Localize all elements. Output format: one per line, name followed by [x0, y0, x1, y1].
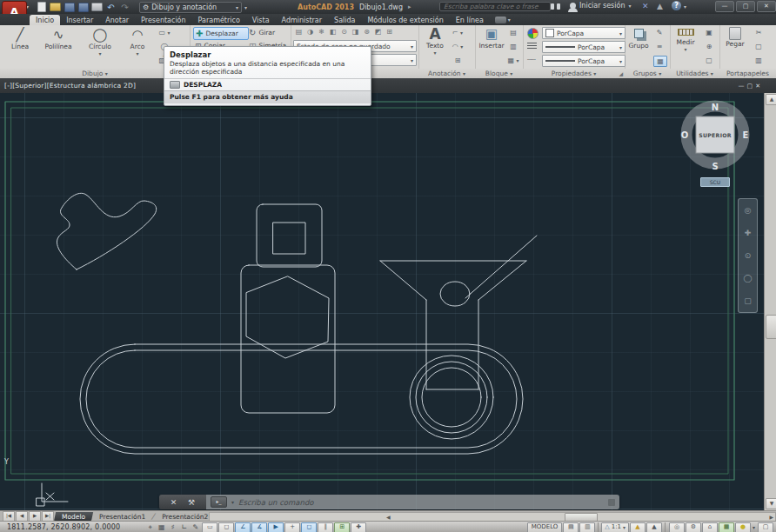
viewcube-face-label[interactable]: SUPERIOR	[699, 132, 732, 138]
toggle-grid-button[interactable]: ◻	[218, 522, 234, 532]
annotation-visibility-icon[interactable]: ▲	[630, 522, 646, 532]
undo-icon[interactable]: ↶	[104, 2, 117, 12]
command-recent-arrow-icon[interactable]: ▾	[231, 499, 234, 505]
rectangle-tool-icon[interactable]: ▭ ▾	[158, 28, 171, 37]
group-manager-icon[interactable]: ▦	[653, 56, 667, 67]
signin-button[interactable]: Iniciar sesión ▾	[570, 2, 631, 10]
doc-restore-button[interactable]: ▢	[747, 83, 753, 90]
help-icon[interactable]: ?	[672, 1, 681, 10]
panel-label-bloque[interactable]: Bloque ▾	[475, 69, 524, 78]
isolate-objects-icon[interactable]: ●	[735, 522, 751, 532]
lineweight-icon[interactable]	[527, 43, 537, 50]
close-button[interactable]: ✕	[757, 1, 776, 12]
status-menu-arrow-icon[interactable]: ▾	[753, 524, 755, 530]
showmotion-icon[interactable]: ▢	[744, 296, 752, 305]
communication-center-icon[interactable]: ▲	[657, 2, 663, 10]
block-create-icon[interactable]: ▥	[507, 42, 519, 51]
search-icon[interactable]	[551, 3, 554, 10]
infer-constraints-icon[interactable]: ⌖	[144, 523, 156, 532]
line-button[interactable]: ╱ Línea	[3, 28, 37, 50]
viewport-controls-label[interactable]: [-][Superior][Estructura alámbrica 2D]	[0, 82, 136, 90]
media-arrow-icon[interactable]: ▾	[508, 17, 511, 23]
redo-icon[interactable]: ↷	[118, 2, 131, 12]
bottle-body[interactable]	[241, 265, 335, 413]
toggle-ducs-button[interactable]: ◻	[301, 522, 317, 532]
restore-button[interactable]: ▢	[736, 1, 755, 12]
tab-inicio[interactable]: Inicio	[30, 15, 60, 25]
command-customize-icon[interactable]: ⚒	[188, 498, 195, 507]
toggle-polar-button[interactable]: ∡	[251, 522, 267, 532]
hardware-acceleration-icon[interactable]: ▦	[719, 522, 734, 532]
quick-calc-icon[interactable]: ⊕	[703, 42, 715, 51]
media-icon[interactable]	[495, 17, 506, 23]
infocenter-arrow-icon[interactable]: ▸	[408, 3, 411, 10]
viewcube-east[interactable]: E	[743, 130, 749, 140]
tab-vista[interactable]: Vista	[246, 15, 276, 25]
insert-block-button[interactable]: ▣ Insertar	[477, 27, 506, 50]
toggle-ortho-button[interactable]: ∠	[235, 522, 251, 532]
tab-enlinea[interactable]: En línea	[450, 15, 490, 25]
toggle-osnap-button[interactable]: ▶	[268, 522, 284, 532]
arc-button[interactable]: ◠ Arco ▾	[122, 28, 153, 57]
table-icon[interactable]: ⊞	[452, 56, 464, 65]
tab-insertar[interactable]: Insertar	[60, 15, 99, 25]
open-file-icon[interactable]	[49, 2, 62, 12]
object-color-icon[interactable]	[527, 28, 539, 39]
panel-label-utilidades[interactable]: Utilidades ▾	[670, 69, 720, 78]
block-edit-icon[interactable]: ▤	[507, 28, 519, 37]
vertical-scroll-thumb[interactable]	[766, 315, 776, 339]
text-button[interactable]: A Texto ▾	[422, 27, 448, 56]
copy-clip-icon[interactable]: ▢	[753, 42, 765, 51]
move-button[interactable]: ✚ Desplazar	[193, 27, 249, 40]
id-point-icon[interactable]: ▢	[703, 56, 715, 65]
hscroll-left-icon[interactable]: ◀	[386, 514, 391, 520]
panel-launcher-icon[interactable]: ◢	[619, 69, 623, 78]
viewcube[interactable]: N O E S SUPERIOR	[678, 96, 753, 176]
ucs-dropdown[interactable]: SCU	[700, 177, 730, 187]
stirrer-line[interactable]	[465, 236, 537, 298]
rotate-button[interactable]: ↻ Girar	[247, 27, 280, 38]
polyline-button[interactable]: ∿ Polilínea	[38, 28, 78, 50]
navigation-bar[interactable]: ◎ ✚ ⊙ ◯ ▢	[738, 198, 758, 313]
lock-ui-icon[interactable]: ⌂	[702, 522, 718, 532]
layer-isolate-icon[interactable]: ⊙	[338, 27, 350, 37]
panel-label-propiedades[interactable]: Propiedades ▾ ◢	[523, 69, 625, 78]
layer-off-icon[interactable]: ◑	[304, 27, 316, 37]
exchange-icon[interactable]: ✕	[642, 2, 649, 10]
group-button[interactable]: Grupo	[626, 29, 651, 50]
linetype-dropdown[interactable]: PorCapa▾	[542, 55, 625, 67]
paste-special-icon[interactable]: ▥	[753, 56, 765, 65]
stadium-outer[interactable]	[80, 344, 523, 454]
base-circle-middle[interactable]	[416, 362, 487, 433]
base-circle-inner[interactable]	[422, 368, 481, 427]
command-prompt-icon[interactable]: ▸_	[211, 496, 227, 508]
viewcube-south[interactable]: S	[712, 162, 718, 171]
viewcube-north[interactable]: N	[712, 103, 719, 112]
help-arrow-icon[interactable]: ▾	[684, 3, 686, 10]
measure-button[interactable]: Medir ▾	[672, 29, 699, 52]
bottle-cap[interactable]	[257, 204, 322, 267]
ortho-mode-icon[interactable]: ∟	[178, 523, 190, 531]
grid-display-icon[interactable]: ♯	[167, 523, 178, 531]
steering-wheel-icon[interactable]: ◎	[669, 522, 685, 532]
circle-button[interactable]: ◯ Círculo ▾	[82, 28, 118, 57]
layer-walk-icon[interactable]: ⊞	[384, 27, 395, 37]
tab-anotar[interactable]: Anotar	[99, 15, 135, 25]
command-line[interactable]: ✕ ⚒ ▸_ ▾ Escriba un comando	[159, 495, 619, 509]
zoom-icon[interactable]: ⊙	[745, 251, 752, 260]
martini-glass[interactable]	[380, 261, 526, 389]
annotation-scale-dropdown[interactable]: △ 1:1 ▾	[601, 522, 629, 532]
save-as-icon[interactable]	[77, 2, 90, 12]
scroll-down-icon[interactable]: ▼	[766, 498, 776, 509]
command-end-icon[interactable]	[608, 499, 615, 506]
polar-tracking-icon[interactable]: ✎	[190, 523, 201, 531]
new-file-icon[interactable]	[35, 2, 48, 12]
quick-view-layouts-icon[interactable]: ▤	[563, 522, 579, 532]
doc-close-button[interactable]: ✕	[755, 83, 760, 90]
toggle-dyn-button[interactable]: ∥	[318, 522, 333, 532]
layer-unisolate-icon[interactable]: ◨	[350, 27, 361, 37]
panel-label-anotacion[interactable]: Anotación ▾	[418, 69, 476, 78]
layer-freeze-icon[interactable]: ❄	[316, 27, 327, 37]
toggle-snap-button[interactable]: ▭	[202, 522, 217, 532]
workspace-extra-arrow-icon[interactable]: ▾	[244, 4, 247, 10]
